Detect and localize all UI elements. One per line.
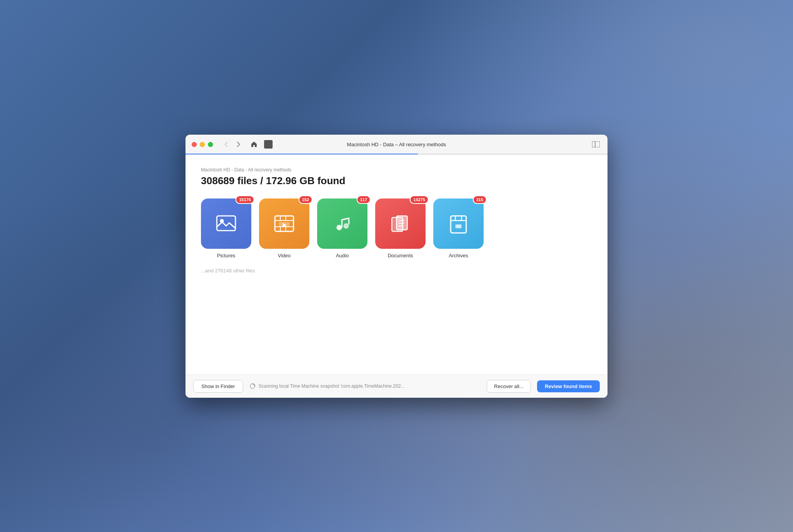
svg-rect-25 [455, 224, 462, 228]
nav-buttons [221, 139, 244, 150]
documents-badge: 14275 [410, 195, 429, 204]
svg-rect-3 [217, 216, 235, 231]
spinner-icon [249, 383, 256, 389]
main-window: Macintosh HD - Data – All recovery metho… [185, 135, 608, 398]
category-audio[interactable]: 117 Audio [317, 198, 367, 258]
scanning-status: Scanning local Time Machine snapshot 'co… [249, 383, 481, 389]
file-categories: 15176 Pictures [201, 198, 592, 258]
maximize-button[interactable] [208, 142, 213, 147]
svg-point-13 [336, 225, 342, 230]
category-archives[interactable]: 315 Archives [433, 198, 484, 258]
svg-rect-0 [592, 141, 595, 147]
documents-icon [389, 212, 412, 235]
audio-icon-wrap: 117 [317, 198, 367, 249]
progress-bar-track [185, 154, 608, 154]
content-area: Macintosh HD - Data - All recovery metho… [185, 155, 608, 375]
documents-label: Documents [388, 253, 413, 258]
audio-badge: 117 [357, 195, 371, 204]
category-pictures[interactable]: 15176 Pictures [201, 198, 251, 258]
svg-point-14 [343, 223, 349, 229]
category-documents[interactable]: 14275 Documents [375, 198, 426, 258]
svg-rect-1 [592, 141, 600, 147]
audio-icon [331, 212, 354, 235]
video-label: Video [278, 253, 290, 258]
pictures-label: Pictures [217, 253, 235, 258]
archives-label: Archives [449, 253, 468, 258]
show-in-finder-button[interactable]: Show in Finder [193, 380, 243, 393]
video-badge: 152 [299, 195, 312, 204]
category-video[interactable]: 152 Video [259, 198, 309, 258]
video-icon-wrap: 152 [259, 198, 309, 249]
page-title: 308689 files / 172.96 GB found [201, 175, 592, 187]
bottom-bar: Show in Finder Scanning local Time Machi… [185, 375, 608, 398]
progress-bar-fill [185, 154, 418, 154]
other-files-text: ...and 276148 other files [201, 268, 592, 274]
archives-badge: 315 [473, 195, 487, 204]
traffic-lights [192, 142, 213, 147]
breadcrumb: Macintosh HD - Data - All recovery metho… [201, 167, 592, 173]
minimize-button[interactable] [200, 142, 205, 147]
archives-icon-wrap: 315 [433, 198, 484, 249]
documents-icon-wrap: 14275 [375, 198, 426, 249]
svg-line-15 [342, 218, 349, 220]
stop-button[interactable] [264, 140, 273, 149]
video-icon [273, 212, 296, 235]
pictures-badge: 15176 [235, 195, 254, 204]
scanning-text: Scanning local Time Machine snapshot 'co… [259, 383, 405, 389]
audio-label: Audio [336, 253, 348, 258]
close-button[interactable] [192, 142, 197, 147]
window-title: Macintosh HD - Data – All recovery metho… [347, 142, 446, 147]
forward-button[interactable] [233, 139, 244, 150]
review-found-items-button[interactable]: Review found items [537, 380, 600, 392]
titlebar: Macintosh HD - Data – All recovery metho… [185, 135, 608, 155]
recover-all-button[interactable]: Recover all... [487, 380, 531, 393]
archives-icon [447, 212, 470, 235]
pictures-icon [215, 212, 238, 235]
home-button[interactable] [249, 139, 259, 150]
pictures-icon-wrap: 15176 [201, 198, 251, 249]
sidebar-toggle-button[interactable] [590, 139, 601, 150]
back-button[interactable] [221, 139, 232, 150]
